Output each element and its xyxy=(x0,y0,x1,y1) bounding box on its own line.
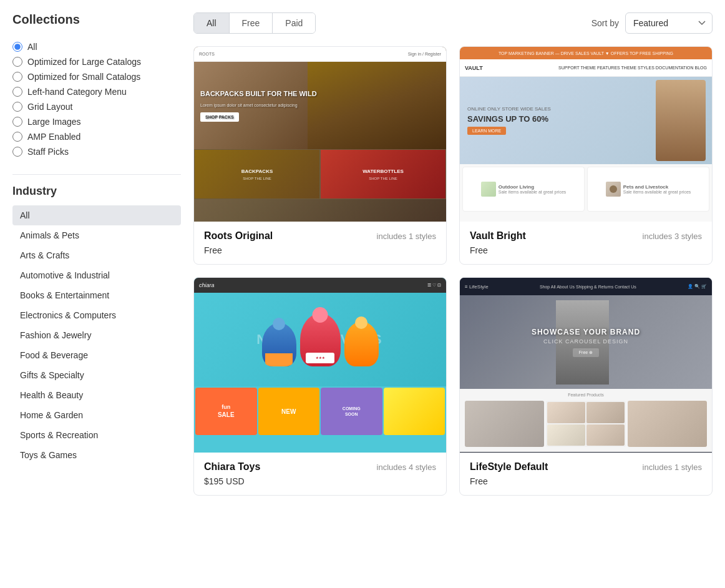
main-content: AllFreePaid Sort by FeaturedNewestOldest… xyxy=(193,12,713,576)
lifestyle-hero: SHOWCASE YOUR BRAND CLICK CAROUSEL DESIG… xyxy=(460,295,712,389)
chiara-bottom-grid: funSALE NEW COMINGSOON xyxy=(194,386,446,436)
roots-info: Roots Original includes 1 styles Free xyxy=(194,222,446,264)
theme-grid: ROOTS Sign in / Register BACKPACKS BUILT… xyxy=(193,46,713,496)
filter-label-left-category: Left-hand Category Menu xyxy=(27,87,127,97)
filter-radio-left-category[interactable] xyxy=(12,87,22,97)
lifestyle-bottom: Featured Products xyxy=(460,389,712,452)
lifestyle-name: LifeStyle Default xyxy=(470,461,548,473)
filter-radio-staff-picks[interactable] xyxy=(12,147,22,157)
roots-nav: ROOTS Sign in / Register xyxy=(194,47,446,62)
industry-item-food[interactable]: Food & Beverage xyxy=(12,345,181,365)
industry-item-sports[interactable]: Sports & Recreation xyxy=(12,425,181,445)
industry-item-all[interactable]: All xyxy=(12,205,181,225)
tab-all[interactable]: All xyxy=(194,13,230,33)
filter-left-category[interactable]: Left-hand Category Menu xyxy=(12,84,181,99)
vault-hero: ONLINE ONLY STORE WIDE SALES SAVINGS UP … xyxy=(460,77,712,164)
filter-radio-large-images[interactable] xyxy=(12,117,22,127)
theme-preview-chiara: chiara ☰ ♡ ⊡ NEW ARRIVALS xyxy=(194,278,446,453)
industry-section: Industry AllAnimals & PetsArts & CraftsA… xyxy=(12,185,181,465)
industry-item-fashion[interactable]: Fashion & Jewelry xyxy=(12,325,181,345)
vault-hero-person xyxy=(656,80,706,161)
filter-radio-grid-layout[interactable] xyxy=(12,102,22,112)
filter-tabs: AllFreePaid xyxy=(193,12,316,34)
filter-radio-all[interactable] xyxy=(12,42,22,52)
chiara-price: $195 USD xyxy=(204,476,436,486)
industry-item-toys[interactable]: Toys & Games xyxy=(12,445,181,465)
theme-card-lifestyle-default[interactable]: ≡ LifeStyle Shop All About Us Shipping &… xyxy=(459,277,713,496)
lifestyle-nav: ≡ LifeStyle Shop All About Us Shipping &… xyxy=(460,278,712,295)
filter-all[interactable]: All xyxy=(12,39,181,54)
industry-title: Industry xyxy=(12,185,181,198)
filter-staff-picks[interactable]: Staff Picks xyxy=(12,144,181,159)
theme-preview-vault: TOP MARKETING BANNER — DRIVE SALES VAULT… xyxy=(460,47,712,222)
roots-styles: includes 1 styles xyxy=(377,232,436,241)
filter-label-staff-picks: Staff Picks xyxy=(27,147,69,157)
industry-item-arts-crafts[interactable]: Arts & Crafts xyxy=(12,245,181,265)
filter-collection-section: AllOptimized for Large CatalogsOptimized… xyxy=(12,39,181,159)
theme-preview-lifestyle: ≡ LifeStyle Shop All About Us Shipping &… xyxy=(460,278,712,453)
filter-grid-layout[interactable]: Grid Layout xyxy=(12,99,181,114)
vault-banner: TOP MARKETING BANNER — DRIVE SALES VAULT… xyxy=(460,47,712,59)
chiara-hero: NEW ARRIVALS ★ ★ ★ xyxy=(194,293,446,386)
industry-item-gifts[interactable]: Gifts & Specialty xyxy=(12,365,181,385)
roots-grid: BACKPACKS SHOP THE LINE WATERBOTTLES SHO… xyxy=(194,149,446,199)
filter-label-amp-enabled: AMP Enabled xyxy=(27,132,80,142)
industry-item-automotive[interactable]: Automotive & Industrial xyxy=(12,265,181,285)
filter-small-catalogs[interactable]: Optimized for Small Catalogs xyxy=(12,69,181,84)
roots-hero: BACKPACKS BUILT FOR THE WILD Lorem ipsum… xyxy=(194,62,446,149)
theme-preview-roots: ROOTS Sign in / Register BACKPACKS BUILT… xyxy=(194,47,446,222)
industry-list: AllAnimals & PetsArts & CraftsAutomotive… xyxy=(12,205,181,465)
vault-styles: includes 3 styles xyxy=(643,232,702,241)
vault-name: Vault Bright xyxy=(470,230,526,242)
filter-label-small-catalogs: Optimized for Small Catalogs xyxy=(27,72,140,82)
tab-free[interactable]: Free xyxy=(230,13,273,33)
chiara-info: Chiara Toys includes 4 styles $195 USD xyxy=(194,453,446,495)
theme-card-chiara-toys[interactable]: chiara ☰ ♡ ⊡ NEW ARRIVALS xyxy=(193,277,447,496)
vault-price: Free xyxy=(470,245,702,255)
filter-radio-small-catalogs[interactable] xyxy=(12,72,22,82)
vault-categories: Outdoor Living Sale items available at g… xyxy=(460,164,712,214)
filter-radio-large-catalogs[interactable] xyxy=(12,57,22,67)
filter-label-large-images: Large Images xyxy=(27,117,81,127)
toolbar: AllFreePaid Sort by FeaturedNewestOldest… xyxy=(193,12,713,34)
lifestyle-styles: includes 1 styles xyxy=(643,463,702,472)
lifestyle-price: Free xyxy=(470,476,702,486)
sort-label: Sort by xyxy=(591,18,619,28)
sort-container: Sort by FeaturedNewestOldestName A-ZName… xyxy=(591,12,713,34)
filter-large-catalogs[interactable]: Optimized for Large Catalogs xyxy=(12,54,181,69)
industry-item-home[interactable]: Home & Garden xyxy=(12,405,181,425)
sort-select[interactable]: FeaturedNewestOldestName A-ZName Z-A xyxy=(625,12,713,34)
theme-card-vault-bright[interactable]: TOP MARKETING BANNER — DRIVE SALES VAULT… xyxy=(459,46,713,265)
sidebar: Collections AllOptimized for Large Catal… xyxy=(12,12,181,576)
theme-card-roots-original[interactable]: ROOTS Sign in / Register BACKPACKS BUILT… xyxy=(193,46,447,265)
filter-amp-enabled[interactable]: AMP Enabled xyxy=(12,129,181,144)
roots-name: Roots Original xyxy=(204,230,273,242)
chiara-name: Chiara Toys xyxy=(204,461,260,473)
industry-item-animals-pets[interactable]: Animals & Pets xyxy=(12,225,181,245)
vault-nav: VAULT SUPPORT THEME FEATURES THEME STYLE… xyxy=(460,59,712,77)
industry-item-electronics[interactable]: Electronics & Computers xyxy=(12,305,181,325)
filter-large-images[interactable]: Large Images xyxy=(12,114,181,129)
page-container: Collections AllOptimized for Large Catal… xyxy=(0,0,725,588)
filter-label-grid-layout: Grid Layout xyxy=(27,102,72,112)
industry-item-health[interactable]: Health & Beauty xyxy=(12,385,181,405)
filter-radio-amp-enabled[interactable] xyxy=(12,132,22,142)
roots-price: Free xyxy=(204,245,436,255)
chiara-nav: chiara ☰ ♡ ⊡ xyxy=(194,278,446,293)
filter-label-all: All xyxy=(27,42,37,52)
lifestyle-info: LifeStyle Default includes 1 styles Free xyxy=(460,453,712,495)
tab-paid[interactable]: Paid xyxy=(273,13,315,33)
vault-info: Vault Bright includes 3 styles Free xyxy=(460,222,712,264)
industry-item-books[interactable]: Books & Entertainment xyxy=(12,285,181,305)
sidebar-divider xyxy=(12,174,181,175)
filter-label-large-catalogs: Optimized for Large Catalogs xyxy=(27,57,141,67)
sidebar-title: Collections xyxy=(12,12,181,27)
chiara-styles: includes 4 styles xyxy=(377,463,436,472)
